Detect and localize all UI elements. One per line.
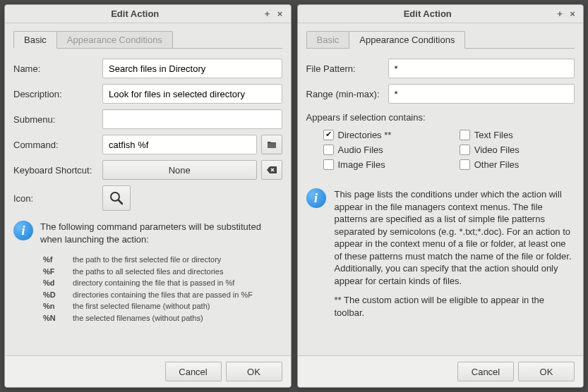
param-desc: the selected filenames (without paths) <box>73 312 282 324</box>
check-otherfiles[interactable] <box>460 159 470 170</box>
titlebar: Edit Action + × <box>298 5 584 23</box>
check-audiofiles-label: Audio Files <box>338 145 383 155</box>
submenu-input[interactable] <box>102 109 282 129</box>
window-title: Edit Action <box>9 8 261 19</box>
check-videofiles[interactable] <box>460 145 470 155</box>
description-input[interactable] <box>102 84 282 104</box>
description-label: Description: <box>13 89 98 99</box>
ok-button[interactable]: OK <box>518 362 575 381</box>
appears-label: Appears if selection contains: <box>306 112 575 123</box>
submenu-label: Submenu: <box>13 114 98 125</box>
info-paragraph-2: ** The custom action will be eligible to… <box>335 294 575 319</box>
check-videofiles-label: Video Files <box>474 145 520 155</box>
tabs: Basic Appearance Conditions <box>306 30 575 48</box>
shortcut-label: Keyboard Shortcut: <box>13 165 98 176</box>
titlebar: Edit Action + × <box>5 5 291 23</box>
info-text-block: This page lists the conditions under whi… <box>335 188 575 319</box>
window-plus-icon[interactable]: + <box>261 8 274 20</box>
check-imagefiles-label: Image Files <box>338 159 385 170</box>
param-table: %fthe path to the first selected file or… <box>43 254 282 324</box>
clear-icon <box>267 166 277 173</box>
edit-action-window-appearance: Edit Action + × Basic Appearance Conditi… <box>297 4 584 388</box>
info-paragraph-1: This page lists the conditions under whi… <box>335 188 575 287</box>
window-close-icon[interactable]: × <box>274 8 287 20</box>
tab-basic[interactable]: Basic <box>306 31 350 49</box>
param-desc: the first selected filename (without pat… <box>73 300 282 312</box>
command-browse-button[interactable] <box>261 135 282 154</box>
range-label: Range (min-max): <box>306 89 384 99</box>
range-input[interactable] <box>388 84 575 104</box>
tabs: Basic Appearance Conditions <box>13 30 282 48</box>
check-otherfiles-label: Other Files <box>474 159 520 170</box>
command-label: Command: <box>13 140 98 150</box>
tab-basic[interactable]: Basic <box>13 31 57 49</box>
svg-line-1 <box>119 200 122 204</box>
info-icon: i <box>306 188 326 208</box>
param-key: %n <box>43 300 60 312</box>
search-icon <box>109 190 124 206</box>
param-key: %F <box>43 266 60 278</box>
icon-chooser-button[interactable] <box>102 185 131 211</box>
param-desc: directory containing the file that is pa… <box>73 277 282 289</box>
cancel-button[interactable]: Cancel <box>457 362 514 381</box>
check-imagefiles[interactable] <box>323 159 334 170</box>
cancel-button[interactable]: Cancel <box>165 362 222 381</box>
dialog-footer: Cancel OK <box>298 355 584 387</box>
check-directories[interactable] <box>323 130 334 140</box>
folder-icon <box>267 140 277 149</box>
edit-action-window-basic: Edit Action + × Basic Appearance Conditi… <box>4 4 292 388</box>
check-textfiles[interactable] <box>460 130 470 140</box>
param-desc: the paths to all selected files and dire… <box>73 266 282 278</box>
shortcut-clear-button[interactable] <box>261 160 282 180</box>
tab-appearance[interactable]: Appearance Conditions <box>349 31 465 49</box>
pattern-input[interactable] <box>388 59 575 78</box>
name-input[interactable] <box>102 59 282 78</box>
param-key: %D <box>43 289 60 301</box>
info-icon: i <box>13 221 33 240</box>
ok-button[interactable]: OK <box>226 362 282 381</box>
shortcut-button[interactable]: None <box>102 160 257 180</box>
tab-appearance[interactable]: Appearance Conditions <box>56 31 173 49</box>
pattern-label: File Pattern: <box>306 63 384 74</box>
check-audiofiles[interactable] <box>323 145 334 155</box>
window-close-icon[interactable]: × <box>566 8 579 20</box>
check-textfiles-label: Text Files <box>474 130 513 140</box>
param-key: %d <box>43 277 60 289</box>
param-key: %N <box>43 312 60 324</box>
check-directories-label: Directories ** <box>338 130 392 140</box>
name-label: Name: <box>13 63 98 74</box>
window-plus-icon[interactable]: + <box>553 8 566 20</box>
param-desc: the path to the first selected file or d… <box>73 254 282 266</box>
command-input[interactable] <box>102 135 257 154</box>
window-title: Edit Action <box>302 8 554 19</box>
icon-label: Icon: <box>13 193 98 204</box>
info-text: The following command parameters will be… <box>40 221 282 245</box>
dialog-footer: Cancel OK <box>5 355 291 387</box>
param-key: %f <box>43 254 60 266</box>
param-desc: directories containing the files that ar… <box>73 289 282 301</box>
